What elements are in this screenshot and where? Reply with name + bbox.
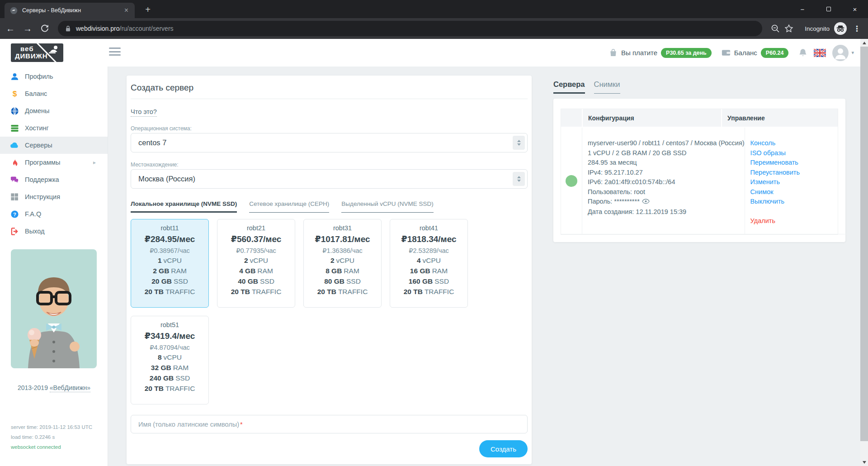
sidebar-item-support[interactable]: Поддержка xyxy=(0,171,108,188)
incognito-icon xyxy=(834,22,847,35)
plan-card-robt41[interactable]: robt41 ₽1818.34/мес ₽2.53289/час 4vCPU 1… xyxy=(390,219,468,308)
language-flag-icon[interactable] xyxy=(814,49,826,57)
sidebar-item-servers[interactable]: Серверы xyxy=(0,137,108,154)
sidebar-item-hosting[interactable]: Хостинг xyxy=(0,119,108,137)
tab-local-storage[interactable]: Локальное хранилище (NVME SSD) xyxy=(131,200,237,213)
plan-price-hour: ₽0.38967/час xyxy=(131,247,208,254)
balance-badge: P60.24 xyxy=(761,48,789,58)
config-column-header: Конфигурация xyxy=(583,109,721,127)
account-caret-icon[interactable]: ▾ xyxy=(851,50,854,56)
page-scrollbar[interactable] xyxy=(860,39,868,466)
sidebar-item-programs[interactable]: Программы ▸ xyxy=(0,154,108,171)
location-select[interactable]: Москва (Россия) xyxy=(131,169,528,189)
user-icon xyxy=(10,72,19,81)
copyright-link[interactable]: «ВебДивижн» xyxy=(50,384,90,392)
sidebar-item-faq[interactable]: ? F.A.Q xyxy=(0,205,108,223)
address-bar[interactable]: webdivision.pro/ru/account/servers xyxy=(58,21,762,36)
promo-photo xyxy=(11,249,97,368)
browser-menu-icon[interactable]: ⋮ xyxy=(853,24,861,33)
plan-ssd: 20 GBSSD xyxy=(131,277,208,285)
plan-price-hour: ₽0.77935/час xyxy=(217,247,295,254)
zoom-icon[interactable] xyxy=(769,22,782,35)
plan-traffic: 20 TBTRAFFIC xyxy=(390,288,467,296)
logout-icon xyxy=(10,227,19,236)
server-actions-cell: Консоль ISO образы Переименовать Переуст… xyxy=(745,128,860,234)
reload-button[interactable] xyxy=(38,22,52,35)
window-close-button[interactable]: × xyxy=(842,0,868,18)
table-header-row: Конфигурация Управление xyxy=(561,109,838,127)
action-console[interactable]: Консоль xyxy=(750,138,860,148)
sidebar-item-balance[interactable]: $ Баланс xyxy=(0,85,108,102)
tab-close-icon[interactable]: × xyxy=(122,6,131,14)
action-modify[interactable]: Изменить xyxy=(750,177,860,187)
create-server-card: Создать сервер Что это? Операционная сис… xyxy=(127,76,532,464)
copyright-years: 2013-2019 xyxy=(18,384,48,391)
action-reinstall[interactable]: Переустановить xyxy=(750,168,860,178)
favicon xyxy=(10,7,18,14)
plan-traffic: 20 TBTRAFFIC xyxy=(131,288,208,296)
tab-network-storage[interactable]: Сетевое хранилище (CEPH) xyxy=(249,200,329,213)
plan-price-month: ₽1818.34/мес xyxy=(390,234,467,244)
tab-snapshots[interactable]: Снимки xyxy=(594,80,620,94)
tab-dedicated-vcpu[interactable]: Выделенный vCPU (NVME SSD) xyxy=(341,200,433,213)
plan-traffic: 20 TBTRAFFIC xyxy=(217,288,295,296)
action-delete[interactable]: Удалить xyxy=(750,216,860,226)
plan-card-robt51[interactable]: robt51 ₽3419.4/мес ₽4.87094/час 8vCPU 32… xyxy=(131,316,209,404)
plan-card-robt21[interactable]: robt21 ₽560.37/мес ₽0.77935/час 2vCPU 4 … xyxy=(217,219,295,308)
chat-icon xyxy=(10,176,19,184)
plan-ssd: 80 GBSSD xyxy=(304,277,381,285)
cloud-icon xyxy=(10,141,19,150)
window-minimize-button[interactable]: − xyxy=(789,0,816,18)
os-selected-value: centos 7 xyxy=(138,138,166,147)
tab-servers[interactable]: Сервера xyxy=(553,80,585,94)
os-select[interactable]: centos 7 xyxy=(131,133,528,152)
action-iso-images[interactable]: ISO образы xyxy=(750,148,860,158)
config-line-ipv6: IPv6: 2a01:4f9:c010:574b::/64 xyxy=(588,177,745,187)
select-spinner-icon xyxy=(513,136,525,150)
plan-name: robt21 xyxy=(217,224,295,232)
bookmark-star-icon[interactable] xyxy=(782,22,796,35)
browser-tab[interactable]: Серверы - ВебДивижн × xyxy=(5,3,135,18)
sidebar-item-logout[interactable]: Выход xyxy=(0,223,108,240)
incognito-indicator: Incognito xyxy=(805,22,847,35)
pay-badge: P30.65 за день xyxy=(661,48,712,58)
server-name-input[interactable] xyxy=(131,415,527,433)
hosting-icon xyxy=(10,124,19,133)
action-shutdown[interactable]: Выключить xyxy=(750,197,860,207)
forward-button[interactable]: → xyxy=(21,22,34,35)
scrollbar-thumb[interactable] xyxy=(860,47,868,441)
plan-ssd: 40 GBSSD xyxy=(217,277,295,285)
server-status-cell xyxy=(561,128,582,234)
bell-icon[interactable] xyxy=(798,48,807,57)
config-line-name: myserver-user90 / robt11 / centos7 / Мос… xyxy=(588,138,745,148)
config-line-created: Дата создания: 12.11.2019 15:39 xyxy=(588,207,745,217)
show-password-eye-icon[interactable] xyxy=(642,198,650,205)
sidebar-item-label: Хостинг xyxy=(25,124,49,132)
storage-type-tabs: Локальное хранилище (NVME SSD) Сетевое х… xyxy=(131,200,434,213)
new-tab-button[interactable]: + xyxy=(142,4,154,16)
server-config-cell: myserver-user90 / robt11 / centos7 / Мос… xyxy=(582,128,745,234)
scroll-down-arrow[interactable] xyxy=(860,458,868,466)
plan-card-robt31[interactable]: robt31 ₽1017.81/мес ₽1.36386/час 2vCPU 8… xyxy=(303,219,382,308)
lock-icon[interactable] xyxy=(65,25,71,32)
sidebar-item-domains[interactable]: Домены xyxy=(0,102,108,119)
window-maximize-button[interactable] xyxy=(816,0,842,18)
servers-list-card: Конфигурация Управление myserver-user90 … xyxy=(553,99,845,242)
copyright: 2013-2019 «ВебДивижн» xyxy=(0,384,108,391)
plan-card-robt11[interactable]: robt11 ₽284.95/мес ₽0.38967/час 1vCPU 2 … xyxy=(131,219,209,308)
site-logo[interactable]: веб ДИВИЖН xyxy=(11,43,63,62)
url-path: /ru/account/servers xyxy=(120,25,174,32)
back-button[interactable]: ← xyxy=(4,22,17,35)
what-is-this-link[interactable]: Что это? xyxy=(131,108,157,117)
create-button[interactable]: Создать xyxy=(479,440,528,457)
plan-name: robt31 xyxy=(304,224,381,232)
sidebar-item-instructions[interactable]: Инструкция xyxy=(0,188,108,205)
app-header: веб ДИВИЖН Вы платите P30.65 за день Бал… xyxy=(0,39,860,67)
avatar[interactable] xyxy=(832,45,849,61)
hamburger-menu-icon[interactable] xyxy=(109,48,121,58)
sidebar-item-profile[interactable]: Профиль xyxy=(0,68,108,85)
action-rename[interactable]: Переименовать xyxy=(750,158,860,168)
action-snapshot[interactable]: Снимок xyxy=(750,187,860,197)
scroll-up-arrow[interactable] xyxy=(860,39,868,47)
server-time: server time: 2019-11-12 16:53 UTC xyxy=(11,422,92,432)
